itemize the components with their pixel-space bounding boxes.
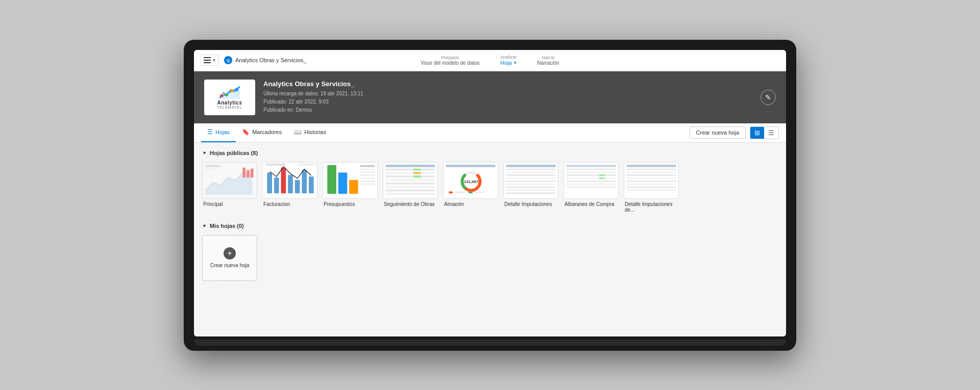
svg-rect-67 xyxy=(506,186,555,188)
narrate-sub-label: Narrar xyxy=(542,55,555,60)
view-toggle: ⊞ ☰ xyxy=(750,126,779,139)
svg-rect-85 xyxy=(626,174,676,176)
create-sheet-card[interactable]: + Crear nueva hoja xyxy=(202,235,257,281)
app-info: Analytics Obras y Servicios_ Última reca… xyxy=(263,80,363,114)
svg-rect-71 xyxy=(566,164,616,167)
svg-rect-14 xyxy=(205,168,215,170)
breadcrumb-text: Analytics Obras y Servicios_ xyxy=(235,57,306,63)
nav-analyze[interactable]: Analizar Hoja ▾ xyxy=(500,55,517,66)
create-btn-label: Crear nueva hoja xyxy=(696,129,739,136)
svg-rect-35 xyxy=(360,183,375,185)
svg-rect-37 xyxy=(385,164,435,167)
public-sheets-header[interactable]: ▼ Hojas públicas (8) xyxy=(202,150,778,156)
sheet-label-facturacion: Facturacion xyxy=(262,201,317,207)
tab-hojas-label: Hojas xyxy=(215,129,230,135)
svg-rect-60 xyxy=(506,164,555,167)
public-sheets-grid: Principal xyxy=(202,162,778,213)
svg-rect-31 xyxy=(360,171,375,173)
svg-rect-13 xyxy=(205,165,220,167)
laptop-base xyxy=(194,340,786,346)
marcadores-icon: 🔖 xyxy=(242,128,250,136)
svg-rect-12 xyxy=(251,168,254,177)
svg-rect-82 xyxy=(626,164,676,167)
svg-rect-23 xyxy=(265,163,285,165)
sheet-card-albaranes[interactable]: Albaranes de Compra xyxy=(564,162,619,213)
svg-rect-84 xyxy=(626,171,676,173)
svg-point-4 xyxy=(220,94,223,97)
svg-rect-76 xyxy=(566,180,616,182)
sheet-thumb-seguimiento xyxy=(383,162,438,199)
svg-rect-86 xyxy=(626,177,676,179)
edit-button[interactable]: ✎ xyxy=(761,90,776,105)
svg-rect-22 xyxy=(309,176,314,193)
hamburger-button[interactable]: ▾ xyxy=(200,55,219,66)
create-new-label: Crear nueva hoja xyxy=(210,263,250,268)
analyze-sub-label: Analizar xyxy=(500,55,517,60)
chevron-down-icon: ▼ xyxy=(202,150,207,155)
my-sheets-header[interactable]: ▼ Mis hojas (0) xyxy=(202,223,778,229)
svg-rect-63 xyxy=(506,174,555,176)
svg-rect-53 xyxy=(446,164,495,167)
svg-rect-64 xyxy=(506,177,555,179)
sheet-thumb-detalle-imp xyxy=(503,162,558,199)
app-published-in: Publicado en: Demos xyxy=(263,106,363,114)
sheet-card-detalle-imp[interactable]: Detalle Imputaciones xyxy=(503,162,558,213)
tab-hojas[interactable]: ☰ Hojas xyxy=(201,123,236,142)
sheet-thumb-almacen: 131,087 xyxy=(443,162,498,199)
logo-sub: TELEMATEL xyxy=(217,106,242,109)
tab-historias[interactable]: 📖 Historias xyxy=(288,123,332,142)
sheet-card-seguimiento[interactable]: Seguimiento de Obras xyxy=(383,162,438,213)
sheet-label-seguimiento: Seguimiento de Obras xyxy=(383,201,438,207)
header-banner: Analytics TELEMATEL Analytics Obras y Se… xyxy=(194,71,786,123)
svg-rect-80 xyxy=(599,177,605,179)
nav-narrate[interactable]: Narrar Narración xyxy=(537,55,559,66)
screen: ▾ Q Analytics Obras y Servicios_ Prepare… xyxy=(194,50,786,336)
analytics-logo-svg xyxy=(218,86,241,100)
sheet-thumb-facturacion xyxy=(262,162,317,199)
list-view-button[interactable]: ☰ xyxy=(764,127,778,139)
sheet-card-presupuestos[interactable]: Presupuestos xyxy=(323,162,378,213)
historias-icon: 📖 xyxy=(294,128,302,136)
svg-rect-40 xyxy=(385,175,435,177)
app-published: Publicado: 22 abr 2022, 9:03 xyxy=(263,98,363,106)
svg-rect-57 xyxy=(475,191,484,193)
sheet-card-facturacion[interactable]: Facturacion xyxy=(262,162,317,213)
preparer-main-label: Visor del modelo de datos xyxy=(421,60,479,66)
svg-rect-42 xyxy=(385,182,435,184)
svg-rect-90 xyxy=(626,189,676,191)
sheet-thumb-principal xyxy=(202,162,257,199)
plus-symbol: + xyxy=(227,249,232,258)
svg-rect-87 xyxy=(626,180,676,182)
svg-rect-32 xyxy=(360,174,375,176)
svg-rect-74 xyxy=(566,174,616,176)
thumb-svg-facturacion xyxy=(263,163,317,198)
svg-rect-79 xyxy=(599,174,605,176)
create-sheet-button-top[interactable]: Crear nueva hoja xyxy=(690,126,746,139)
tabs-bar: ☰ Hojas 🔖 Marcadores 📖 Historias Crear n… xyxy=(194,123,786,143)
sheet-label-detalle-imp: Detalle Imputaciones xyxy=(503,201,558,207)
svg-rect-54 xyxy=(449,191,453,193)
sheet-card-detalle-imp2[interactable]: Detalle Imputaciones de... xyxy=(624,162,679,213)
edit-icon: ✎ xyxy=(765,93,771,101)
app-logo-box: Analytics TELEMATEL xyxy=(204,80,255,115)
sheet-label-almacen: Almacén xyxy=(443,201,498,207)
thumb-svg-seguimiento xyxy=(383,163,437,198)
sheet-label-principal: Principal xyxy=(202,201,257,207)
svg-rect-27 xyxy=(338,172,348,194)
sheet-card-almacen[interactable]: 131,087 Almacén xyxy=(443,162,498,213)
svg-rect-19 xyxy=(288,175,293,193)
grid-view-button[interactable]: ⊞ xyxy=(750,127,764,139)
nav-preparer[interactable]: Preparer Visor del modelo de datos xyxy=(421,55,479,66)
tab-marcadores-label: Marcadores xyxy=(252,129,282,135)
tab-marcadores[interactable]: 🔖 Marcadores xyxy=(236,123,288,142)
nav-center: Preparer Visor del modelo de datos Anali… xyxy=(421,55,559,66)
svg-rect-77 xyxy=(566,183,616,185)
narrate-main-label: Narración xyxy=(537,60,559,66)
thumb-svg-detalle-imp xyxy=(504,163,558,198)
my-sheets-label: Mis hojas (0) xyxy=(210,223,244,229)
chevron-down-icon-2: ▼ xyxy=(202,223,207,228)
svg-rect-72 xyxy=(566,168,616,170)
sheet-label-presupuestos: Presupuestos xyxy=(323,201,378,207)
svg-text:Q: Q xyxy=(227,58,230,63)
sheet-card-principal[interactable]: Principal xyxy=(202,162,257,213)
